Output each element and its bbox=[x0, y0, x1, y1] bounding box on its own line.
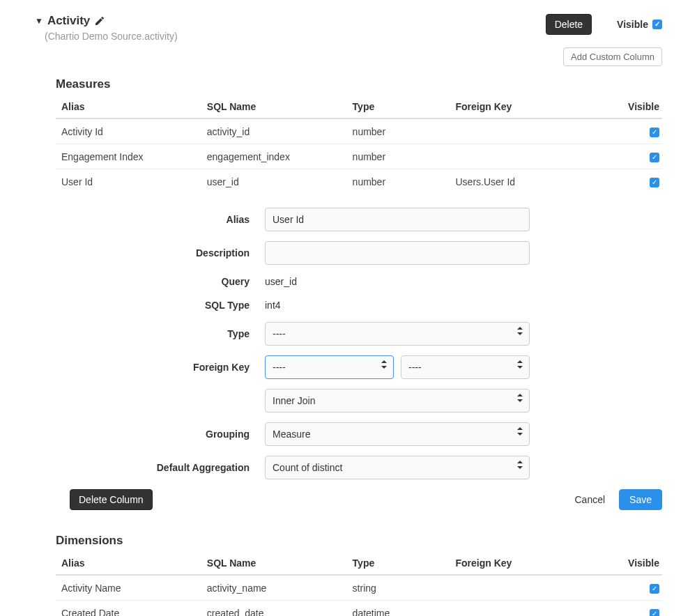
row-visible-checkbox[interactable] bbox=[650, 128, 659, 137]
table-row[interactable]: User Id user_id number Users.User Id bbox=[56, 169, 662, 194]
table-row[interactable]: Activity Id activity_id number bbox=[56, 118, 662, 144]
foreignkey-column-select[interactable]: ---- bbox=[401, 355, 530, 379]
cell-sqlname: created_date bbox=[201, 601, 347, 617]
col-header-foreignkey: Foreign Key bbox=[450, 95, 602, 118]
cell-fk bbox=[450, 118, 602, 144]
collapse-icon[interactable]: ▼ bbox=[35, 16, 43, 26]
query-value: user_id bbox=[265, 275, 530, 288]
alias-input[interactable] bbox=[265, 208, 530, 231]
col-header-type: Type bbox=[347, 95, 450, 118]
column-detail-form: Alias Description Query user_id SQL Type… bbox=[56, 194, 662, 510]
visible-checkbox[interactable] bbox=[652, 20, 662, 29]
row-visible-checkbox[interactable] bbox=[650, 609, 659, 616]
label-alias: Alias bbox=[56, 214, 265, 225]
foreignkey-table-select[interactable]: ---- bbox=[265, 355, 394, 379]
row-visible-checkbox[interactable] bbox=[650, 178, 659, 187]
dimensions-title: Dimensions bbox=[56, 534, 662, 548]
save-button[interactable]: Save bbox=[619, 489, 662, 510]
add-custom-column-button[interactable]: Add Custom Column bbox=[563, 47, 662, 66]
description-input[interactable] bbox=[265, 241, 530, 265]
grouping-select[interactable]: Measure bbox=[265, 422, 530, 446]
cell-alias: Engagement Index bbox=[56, 144, 201, 169]
table-row[interactable]: Engagement Index engagement_index number bbox=[56, 144, 662, 169]
cell-fk bbox=[450, 601, 602, 617]
jointype-select[interactable]: Inner Join bbox=[265, 389, 530, 413]
cell-fk: Users.User Id bbox=[450, 169, 602, 194]
label-foreignkey: Foreign Key bbox=[56, 362, 265, 373]
dimensions-table: Alias SQL Name Type Foreign Key Visible … bbox=[56, 552, 662, 616]
col-header-type: Type bbox=[347, 552, 450, 575]
col-header-visible: Visible bbox=[602, 95, 662, 118]
sqltype-value: int4 bbox=[265, 298, 530, 312]
cell-alias: Activity Id bbox=[56, 118, 201, 144]
table-title: Activity bbox=[47, 14, 90, 28]
col-header-sqlname: SQL Name bbox=[201, 552, 347, 575]
table-row[interactable]: Created Date created_date datetime bbox=[56, 601, 662, 617]
dimensions-section: Dimensions Alias SQL Name Type Foreign K… bbox=[56, 534, 662, 616]
cell-sqlname: activity_name bbox=[201, 575, 347, 601]
pencil-icon[interactable] bbox=[94, 15, 105, 26]
cell-fk bbox=[450, 144, 602, 169]
table-subtitle: (Chartio Demo Source.activity) bbox=[45, 31, 178, 42]
cell-alias: User Id bbox=[56, 169, 201, 194]
row-visible-checkbox[interactable] bbox=[650, 153, 659, 162]
col-header-sqlname: SQL Name bbox=[201, 95, 347, 118]
cell-alias: Created Date bbox=[56, 601, 201, 617]
cell-type: string bbox=[347, 575, 450, 601]
type-select[interactable]: ---- bbox=[265, 322, 530, 346]
cell-type: number bbox=[347, 144, 450, 169]
cell-type: datetime bbox=[347, 601, 450, 617]
measures-title: Measures bbox=[56, 77, 662, 91]
form-actions: Delete Column Cancel Save bbox=[56, 489, 662, 510]
label-defaultagg: Default Aggregation bbox=[56, 462, 265, 473]
visible-toggle[interactable]: Visible bbox=[617, 19, 662, 30]
cell-type: number bbox=[347, 118, 450, 144]
label-query: Query bbox=[56, 276, 265, 287]
label-grouping: Grouping bbox=[56, 429, 265, 440]
header-left: ▼ Activity (Chartio Demo Source.activity… bbox=[35, 14, 178, 42]
col-header-foreignkey: Foreign Key bbox=[450, 552, 602, 575]
cancel-button[interactable]: Cancel bbox=[570, 493, 609, 506]
cell-alias: Activity Name bbox=[56, 575, 201, 601]
table-row[interactable]: Activity Name activity_name string bbox=[56, 575, 662, 601]
add-column-row: Add Custom Column bbox=[35, 47, 662, 66]
cell-sqlname: user_id bbox=[201, 169, 347, 194]
col-header-alias: Alias bbox=[56, 95, 201, 118]
cell-type: number bbox=[347, 169, 450, 194]
cell-sqlname: activity_id bbox=[201, 118, 347, 144]
cell-sqlname: engagement_index bbox=[201, 144, 347, 169]
label-sqltype: SQL Type bbox=[56, 300, 265, 311]
row-visible-checkbox[interactable] bbox=[650, 584, 659, 594]
label-description: Description bbox=[56, 247, 265, 259]
defaultagg-select[interactable]: Count of distinct bbox=[265, 456, 530, 479]
measures-section: Measures Alias SQL Name Type Foreign Key… bbox=[35, 77, 662, 616]
col-header-alias: Alias bbox=[56, 552, 201, 575]
header-right: Delete Visible bbox=[546, 14, 662, 35]
table-header: ▼ Activity (Chartio Demo Source.activity… bbox=[35, 14, 662, 42]
measures-table: Alias SQL Name Type Foreign Key Visible … bbox=[56, 95, 662, 194]
label-type: Type bbox=[56, 328, 265, 339]
col-header-visible: Visible bbox=[602, 552, 662, 575]
delete-table-button[interactable]: Delete bbox=[546, 14, 592, 35]
table-title-line[interactable]: ▼ Activity bbox=[35, 14, 178, 28]
cell-fk bbox=[450, 575, 602, 601]
visible-label: Visible bbox=[617, 19, 648, 30]
delete-column-button[interactable]: Delete Column bbox=[70, 489, 153, 510]
